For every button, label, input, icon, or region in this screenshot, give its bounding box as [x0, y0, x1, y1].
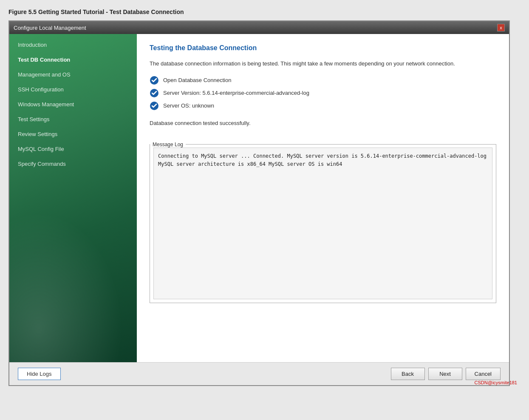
sidebar-item-label: Windows Management: [18, 101, 74, 108]
bottom-left: Hide Logs: [18, 368, 61, 380]
check-item-label: Server OS: unknown: [163, 102, 214, 109]
message-log-area[interactable]: Connecting to MySQL server ... Connected…: [153, 148, 492, 299]
message-log-fieldset: Message Log Connecting to MySQL server .…: [150, 142, 496, 303]
sidebar-item-label: MySQL Config File: [18, 146, 64, 152]
bottom-bar: Hide Logs Back Next Cancel: [9, 362, 509, 385]
sidebar: Introduction Test DB Connection Manageme…: [9, 34, 137, 362]
checkmark-icon: [150, 101, 159, 111]
message-log-legend: Message Log: [150, 142, 186, 148]
sidebar-item-specify-commands[interactable]: Specify Commands: [9, 156, 137, 171]
dialog: Configure Local Management x Introductio…: [8, 20, 510, 386]
watermark: CSDN@icysmite181: [475, 380, 517, 385]
section-title: Testing the Database Connection: [150, 44, 496, 52]
dialog-titlebar: Configure Local Management x: [9, 21, 509, 34]
sidebar-item-label: Specify Commands: [18, 161, 66, 167]
sidebar-item-management-and-os[interactable]: Management and OS: [9, 67, 137, 82]
sidebar-item-windows-management[interactable]: Windows Management: [9, 97, 137, 112]
sidebar-item-label: Review Settings: [18, 131, 57, 137]
check-item-label: Server Version: 5.6.14-enterprise-commer…: [163, 90, 309, 96]
close-button[interactable]: x: [497, 24, 505, 31]
check-item-server-version: Server Version: 5.6.14-enterprise-commer…: [150, 88, 496, 98]
hide-logs-button[interactable]: Hide Logs: [18, 368, 61, 380]
success-message: Database connection tested successfully.: [150, 120, 496, 126]
sidebar-item-mysql-config-file[interactable]: MySQL Config File: [9, 142, 137, 156]
check-item-open-db: Open Database Connection: [150, 76, 496, 85]
checkmark-icon: [150, 88, 159, 98]
check-item-label: Open Database Connection: [163, 77, 231, 83]
dialog-title: Configure Local Management: [14, 25, 86, 31]
sidebar-item-ssh-configuration[interactable]: SSH Configuration: [9, 82, 137, 97]
sidebar-item-test-db-connection[interactable]: Test DB Connection: [9, 52, 137, 67]
sidebar-item-label: Introduction: [18, 42, 47, 48]
sidebar-item-label: Test Settings: [18, 116, 49, 122]
sidebar-item-label: SSH Configuration: [18, 86, 64, 93]
cancel-button[interactable]: Cancel: [466, 368, 501, 380]
description: The database connection information is b…: [150, 60, 496, 68]
checkmark-icon: [150, 76, 159, 85]
bottom-right: Back Next Cancel: [391, 368, 501, 380]
sidebar-item-introduction[interactable]: Introduction: [9, 37, 137, 52]
sidebar-item-label: Test DB Connection: [18, 57, 70, 63]
sidebar-item-test-settings[interactable]: Test Settings: [9, 112, 137, 127]
next-button[interactable]: Next: [428, 368, 462, 380]
check-item-server-os: Server OS: unknown: [150, 101, 496, 111]
sidebar-item-review-settings[interactable]: Review Settings: [9, 127, 137, 142]
dialog-body: Introduction Test DB Connection Manageme…: [9, 34, 509, 362]
page-title: Figure 5.5 Getting Started Tutorial - Te…: [8, 9, 521, 15]
sidebar-item-label: Management and OS: [18, 71, 71, 78]
back-button[interactable]: Back: [391, 368, 425, 380]
main-content: Testing the Database Connection The data…: [137, 34, 509, 362]
